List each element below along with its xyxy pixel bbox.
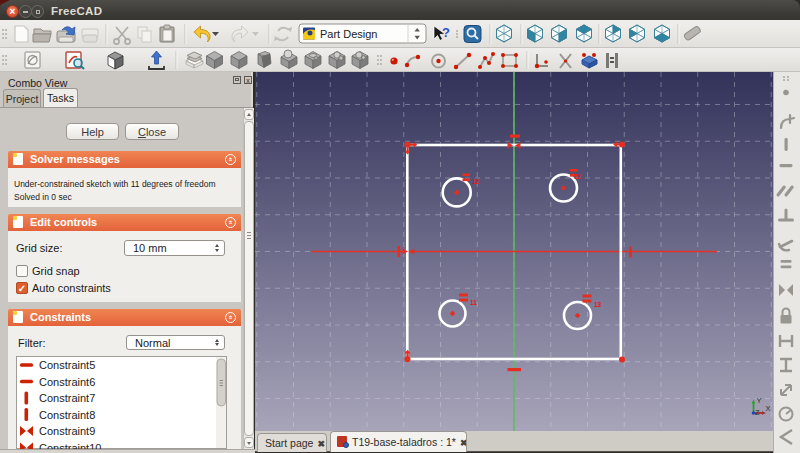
svg-text:Constraint9: Constraint9 xyxy=(39,425,95,437)
svg-text:X: X xyxy=(766,404,771,413)
svg-text:Z: Z xyxy=(755,408,760,417)
svg-text:Constraint6: Constraint6 xyxy=(39,376,95,388)
svg-text:Constraint10: Constraint10 xyxy=(39,442,101,450)
svg-text:Constraint5: Constraint5 xyxy=(39,359,95,371)
svg-text:Y: Y xyxy=(757,396,762,405)
svg-text:Constraint7: Constraint7 xyxy=(39,392,95,404)
svg-text:12: 12 xyxy=(574,173,582,180)
svg-text:?: ? xyxy=(442,25,450,40)
svg-text:Constraint8: Constraint8 xyxy=(39,409,95,421)
svg-text:Part Design: Part Design xyxy=(320,28,377,40)
svg-text:11: 11 xyxy=(470,299,477,306)
svg-text:13: 13 xyxy=(594,301,602,308)
svg-text:12: 12 xyxy=(472,178,480,185)
